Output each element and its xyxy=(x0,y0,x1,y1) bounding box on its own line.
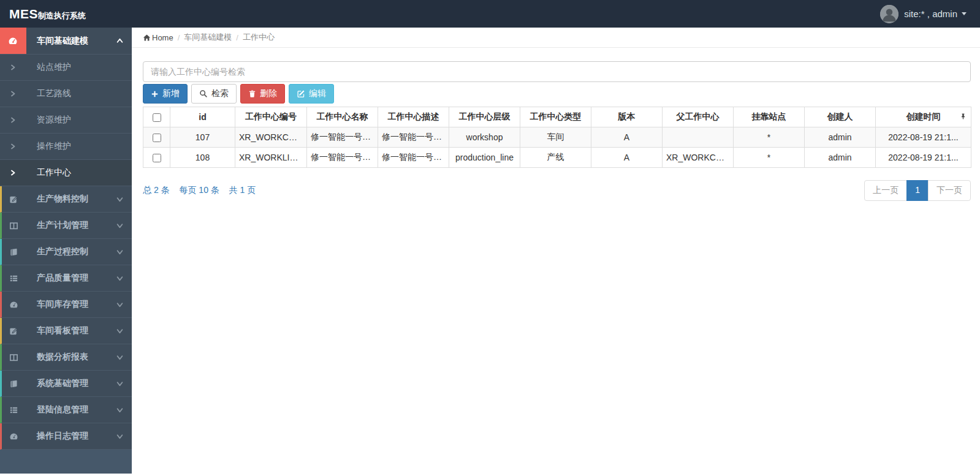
edit-button[interactable]: 编辑 xyxy=(289,84,334,104)
sidebar-item-label: 产品质量管理 xyxy=(26,265,116,291)
prev-page-button[interactable]: 上一页 xyxy=(864,180,907,201)
chevron-down-icon xyxy=(116,371,132,396)
breadcrumb: Home / 车间基础建模 / 工作中心 xyxy=(132,28,980,48)
sidebar-item-login-info-management[interactable]: 登陆信息管理 xyxy=(0,397,132,423)
user-menu[interactable]: site:* , admin xyxy=(880,5,980,23)
column-header-version[interactable]: 版本 xyxy=(591,107,663,127)
plus-icon xyxy=(151,90,159,98)
cell-version: A xyxy=(591,127,663,148)
cell-version: A xyxy=(591,148,663,168)
sidebar-item-workshop-inventory-management[interactable]: 车间库存管理 xyxy=(0,292,132,318)
edit-icon xyxy=(297,89,305,98)
cell-level: workshop xyxy=(449,127,520,148)
sidebar-item-production-material-control[interactable]: 生产物料控制 xyxy=(0,186,132,213)
column-header-station[interactable]: 挂靠站点 xyxy=(734,107,805,127)
pagination-bar: 总 2 条 每页 10 条 共 1 页 上一页 1 下一页 xyxy=(143,180,971,201)
column-header-type[interactable]: 工作中心类型 xyxy=(520,107,591,127)
column-header-creator[interactable]: 创建人 xyxy=(805,107,876,127)
cell-creator: admin xyxy=(805,127,876,148)
breadcrumb-separator: / xyxy=(236,33,238,42)
sidebar-item-workshop-kanban-management[interactable]: 车间看板管理 xyxy=(0,318,132,344)
caret-down-icon xyxy=(962,12,967,15)
select-all-cell xyxy=(143,107,170,127)
sidebar-item-label: 车间看板管理 xyxy=(26,318,116,344)
cell-type: 产线 xyxy=(520,148,591,168)
toolbar: 新增 检索 删除 编辑 xyxy=(143,84,971,104)
column-header-created[interactable]: 创建时间 xyxy=(876,107,971,127)
breadcrumb-page: 工作中心 xyxy=(243,32,275,43)
sidebar-subitem-operation-maintenance[interactable]: 操作维护 xyxy=(0,134,132,160)
cell-desc: 修一智能一号S... xyxy=(378,148,449,168)
breadcrumb-section[interactable]: 车间基础建模 xyxy=(184,32,232,43)
column-header-desc[interactable]: 工作中心描述 xyxy=(378,107,449,127)
sidebar-subitem-label: 工艺路线 xyxy=(26,81,132,107)
chevron-right-icon xyxy=(0,134,26,159)
sidebar-item-label: 系统基础管理 xyxy=(26,371,116,396)
cell-creator: admin xyxy=(805,148,876,168)
cell-level: production_line xyxy=(449,148,520,168)
edit-button-label: 编辑 xyxy=(309,88,326,99)
chevron-right-icon xyxy=(0,55,26,80)
columns-icon xyxy=(2,213,26,238)
edit-icon xyxy=(2,186,26,212)
work-center-search-input[interactable] xyxy=(143,61,971,82)
sidebar-item-product-quality-management[interactable]: 产品质量管理 xyxy=(0,265,132,292)
chevron-down-icon xyxy=(116,318,132,344)
cell-id: 108 xyxy=(170,148,235,168)
cell-id: 107 xyxy=(170,127,235,148)
sidebar-item-operation-log-management[interactable]: 操作日志管理 xyxy=(0,423,132,450)
sidebar: 车间基础建模 站点维护 工艺路线 资源维护 操作维护 工作中心 生产物料控 xyxy=(0,28,132,474)
row-checkbox[interactable] xyxy=(153,134,161,142)
select-all-checkbox[interactable] xyxy=(153,113,161,122)
top-navbar: MES制造执行系统 site:* , admin xyxy=(0,0,980,28)
sidebar-item-workshop-basic-modeling[interactable]: 车间基础建模 xyxy=(0,28,132,55)
column-header-name[interactable]: 工作中心名称 xyxy=(307,107,378,127)
breadcrumb-home-label: Home xyxy=(152,33,173,42)
add-button[interactable]: 新增 xyxy=(143,84,188,104)
search-button[interactable]: 检索 xyxy=(191,84,237,104)
sidebar-item-label: 车间库存管理 xyxy=(26,292,116,317)
sidebar-subitem-work-center[interactable]: 工作中心 xyxy=(0,160,132,186)
cell-code: XR_WORKLINE... xyxy=(235,148,307,168)
search-icon xyxy=(199,89,208,98)
sidebar-subitem-resource-maintenance[interactable]: 资源维护 xyxy=(0,107,132,134)
breadcrumb-home-link[interactable]: Home xyxy=(143,33,173,42)
row-select-cell xyxy=(143,148,170,168)
sidebar-item-label: 操作日志管理 xyxy=(26,423,116,449)
column-header-level[interactable]: 工作中心层级 xyxy=(449,107,520,127)
sidebar-filler xyxy=(0,450,132,474)
delete-button[interactable]: 删除 xyxy=(240,84,285,104)
sidebar-item-data-analysis-reports[interactable]: 数据分析报表 xyxy=(0,344,132,371)
sidebar-subitem-label: 操作维护 xyxy=(26,134,132,159)
content-panel: 新增 检索 删除 编辑 xyxy=(132,48,980,201)
cell-name: 修一智能一号车间 xyxy=(307,127,378,148)
table-row[interactable]: 108 XR_WORKLINE... 修一智能一号S... 修一智能一号S...… xyxy=(143,148,971,168)
pagination-controls: 上一页 1 下一页 xyxy=(864,180,971,201)
cell-station: * xyxy=(734,148,805,168)
column-header-id[interactable]: id xyxy=(170,107,235,127)
user-label: site:* , admin xyxy=(904,9,957,19)
gauge-icon xyxy=(2,423,26,449)
column-header-parent[interactable]: 父工作中心 xyxy=(663,107,734,127)
pin-icon[interactable] xyxy=(960,112,967,122)
sidebar-item-production-plan-management[interactable]: 生产计划管理 xyxy=(0,213,132,239)
sidebar-item-production-process-control[interactable]: 生产过程控制 xyxy=(0,239,132,265)
pagination-page-count: 共 1 页 xyxy=(229,185,256,195)
table-row[interactable]: 107 XR_WORKCEN... 修一智能一号车间 修一智能一号车间 work… xyxy=(143,127,971,148)
next-page-button[interactable]: 下一页 xyxy=(928,180,971,201)
column-header-code[interactable]: 工作中心编号 xyxy=(235,107,307,127)
sidebar-subitem-label: 工作中心 xyxy=(26,160,132,186)
sidebar-item-label: 登陆信息管理 xyxy=(26,397,116,423)
chevron-down-icon xyxy=(116,344,132,370)
sidebar-subitem-process-route[interactable]: 工艺路线 xyxy=(0,81,132,107)
sidebar-item-system-basic-management[interactable]: 系统基础管理 xyxy=(0,371,132,397)
avatar[interactable] xyxy=(880,5,898,23)
pagination-per-page: 每页 10 条 xyxy=(179,185,219,195)
chevron-down-icon xyxy=(116,213,132,238)
app-logo: MES制造执行系统 xyxy=(0,7,132,21)
row-checkbox[interactable] xyxy=(153,154,161,162)
sidebar-subitem-station-maintenance[interactable]: 站点维护 xyxy=(0,55,132,81)
page-1-button[interactable]: 1 xyxy=(906,180,929,201)
breadcrumb-separator: / xyxy=(178,33,180,42)
chevron-down-icon xyxy=(116,186,132,212)
